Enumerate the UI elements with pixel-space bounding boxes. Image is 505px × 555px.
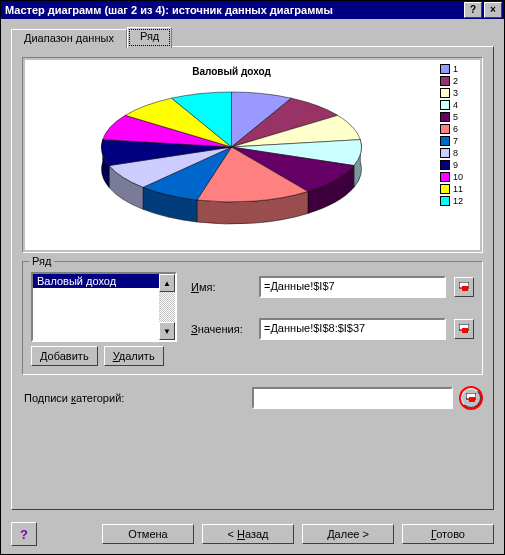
series-listbox[interactable]: Валовый доход ▲ ▼ [31,272,177,342]
legend-item: 5 [440,112,478,122]
back-button[interactable]: < Назад [202,524,294,544]
legend-item: 3 [440,88,478,98]
name-range-select-button[interactable] [454,277,474,297]
tabs: Диапазон данных Ряд [11,27,494,47]
svg-rect-3 [462,328,468,333]
legend-item: 12 [440,196,478,206]
category-labels-label: Подписи категорий: [24,392,246,404]
legend-item: 6 [440,124,478,134]
scroll-up-icon[interactable]: ▲ [159,274,175,292]
help-titlebar-button[interactable]: ? [464,2,482,18]
svg-rect-1 [462,286,468,291]
cancel-button[interactable]: Отмена [102,524,194,544]
remove-series-button[interactable]: Удалить [104,346,164,366]
tab-data-range[interactable]: Диапазон данных [11,29,127,48]
legend-item: 1 [440,64,478,74]
values-range-select-button[interactable] [454,319,474,339]
legend-item: 9 [440,160,478,170]
legend-item: 2 [440,76,478,86]
chart-preview: Валовый доход 123456789101112 [25,60,480,250]
legend-item: 11 [440,184,478,194]
series-list-inner: Валовый доход [33,274,159,340]
chart-title: Валовый доход [192,66,271,77]
next-button[interactable]: Далее > [302,524,394,544]
chart-preview-frame: Валовый доход 123456789101112 [22,57,483,253]
legend-item: 10 [440,172,478,182]
close-button[interactable]: × [484,2,502,18]
chart-legend: 123456789101112 [438,60,480,250]
tab-series[interactable]: Ряд [127,27,172,48]
legend-item: 7 [440,136,478,146]
listbox-scrollbar[interactable]: ▲ ▼ [159,274,175,340]
tab-panel-series: Валовый доход 123456789101112 Ряд Валовы… [11,46,494,510]
values-input[interactable]: =Данные!$I$8:$I$37 [259,318,446,340]
legend-item: 4 [440,100,478,110]
scroll-down-icon[interactable]: ▼ [159,322,175,340]
finish-button[interactable]: Готово [402,524,494,544]
values-label: Значения: [191,323,253,335]
category-labels-input[interactable] [252,387,453,409]
category-range-select-button[interactable] [461,388,481,408]
list-item[interactable]: Валовый доход [33,274,159,288]
svg-rect-5 [469,397,475,402]
client-area: Диапазон данных Ряд Валовый доход 123456… [1,19,504,516]
titlebar: Мастер диаграмм (шаг 2 из 4): источник д… [1,1,504,19]
name-input[interactable]: =Данные!$I$7 [259,276,446,298]
chart-wizard-window: Мастер диаграмм (шаг 2 из 4): источник д… [0,0,505,555]
pie-chart-icon [29,77,434,227]
add-series-button[interactable]: Добавить [31,346,98,366]
category-labels-row: Подписи категорий: [22,383,483,409]
help-button[interactable]: ? [11,522,37,546]
footer-buttons: ? Отмена < Назад Далее > Готово [1,516,504,554]
series-group: Ряд Валовый доход ▲ ▼ Добавить Удалит [22,261,483,375]
series-group-label: Ряд [29,255,54,267]
chart-area: Валовый доход [25,60,438,250]
name-label: Имя: [191,281,253,293]
window-title: Мастер диаграмм (шаг 2 из 4): источник д… [3,4,462,16]
legend-item: 8 [440,148,478,158]
